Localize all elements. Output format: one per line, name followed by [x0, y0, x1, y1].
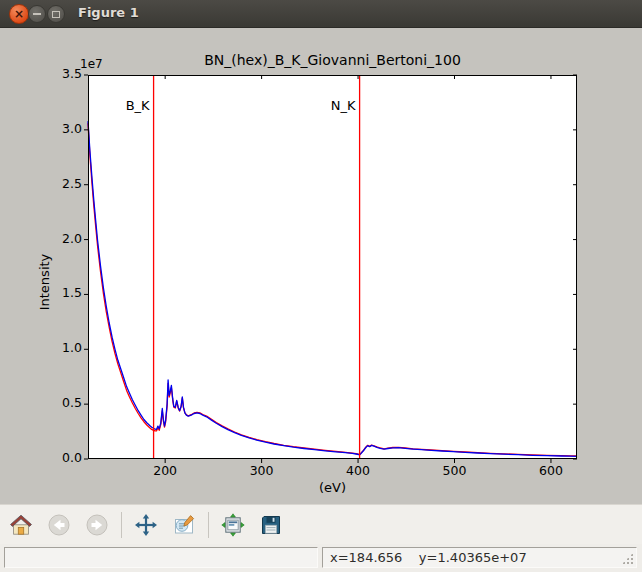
- pan-button[interactable]: [130, 509, 162, 541]
- plot-area[interactable]: [88, 75, 577, 459]
- minimize-icon[interactable]: [28, 5, 46, 23]
- x-tick-label: 300: [237, 463, 287, 478]
- x-tick-label: 400: [333, 463, 383, 478]
- figure-canvas[interactable]: BN_(hex)_B_K_Giovanni_Bertoni_100 1e7 In…: [0, 28, 642, 504]
- x-tick-label: 200: [140, 463, 190, 478]
- spectrum-plot: [88, 75, 577, 459]
- toolbar-message-box: [4, 547, 318, 568]
- toolbar-separator: [208, 512, 209, 538]
- y-tick-label: 1.5: [38, 285, 82, 300]
- series-reference-spectrum: [88, 123, 577, 456]
- forward-button[interactable]: [81, 509, 113, 541]
- titlebar[interactable]: × Figure 1: [0, 0, 642, 28]
- edge-marker-label: B_K: [100, 98, 150, 113]
- x-tick-label: 500: [430, 463, 480, 478]
- y-tick-label: 2.0: [38, 231, 82, 246]
- y-tick-label: 1.0: [38, 340, 82, 355]
- series-experimental-spectrum: [88, 121, 577, 456]
- statusbar: x=184.656 y=1.40365e+07: [0, 544, 642, 572]
- subplots-button[interactable]: [217, 509, 249, 541]
- forward-icon: [85, 513, 109, 537]
- home-icon: [9, 513, 33, 537]
- axes-frame: [89, 76, 577, 459]
- y-tick-label: 3.5: [38, 66, 82, 81]
- subplots-icon: [221, 513, 245, 537]
- y-axis-offset-text: 1e7: [80, 57, 103, 71]
- plot-title: BN_(hex)_B_K_Giovanni_Bertoni_100: [88, 52, 577, 68]
- navigation-toolbar: [0, 504, 642, 544]
- cursor-coordinates: x=184.656 y=1.40365e+07: [323, 548, 636, 567]
- edge-marker-label: N_K: [306, 98, 356, 113]
- y-tick-label: 3.0: [38, 121, 82, 136]
- save-button[interactable]: [255, 509, 287, 541]
- zoom-rect-button[interactable]: [168, 509, 200, 541]
- x-tick-label: 600: [526, 463, 576, 478]
- window-title: Figure 1: [78, 5, 139, 20]
- pan-icon: [134, 513, 158, 537]
- back-button[interactable]: [43, 509, 75, 541]
- back-icon: [47, 513, 71, 537]
- close-icon[interactable]: ×: [9, 4, 29, 24]
- y-tick-label: 2.5: [38, 176, 82, 191]
- maximize-icon[interactable]: [47, 5, 65, 23]
- y-tick-label: 0.5: [38, 395, 82, 410]
- figure-window: × Figure 1 BN_(hex)_B_K_Giovanni_Bertoni…: [0, 0, 642, 572]
- save-icon: [259, 513, 283, 537]
- toolbar-separator: [121, 512, 122, 538]
- cursor-position-box: x=184.656 y=1.40365e+07: [322, 547, 637, 568]
- zoom-rect-icon: [172, 513, 196, 537]
- x-axis-label: (eV): [88, 480, 577, 495]
- home-button[interactable]: [5, 509, 37, 541]
- y-tick-label: 0.0: [38, 450, 82, 465]
